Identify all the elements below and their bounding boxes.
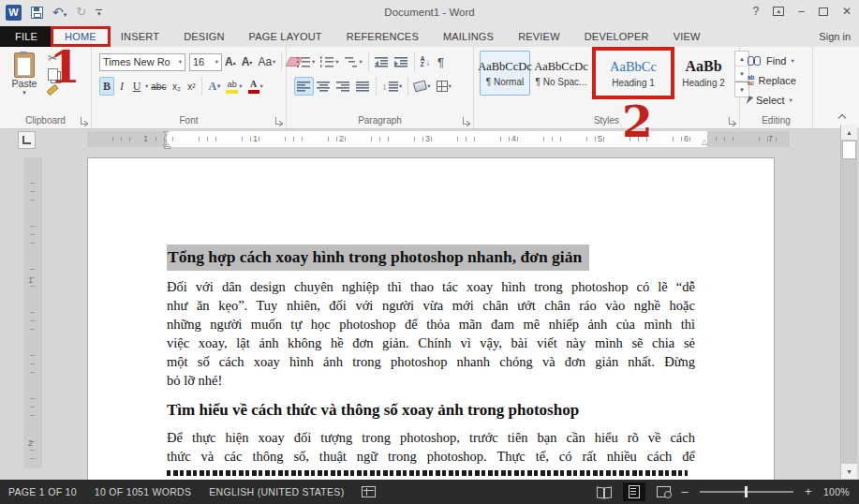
replace-button[interactable]: abacReplace: [748, 73, 796, 88]
font-size-combobox[interactable]: 16▾: [189, 53, 222, 71]
qat-customize-button[interactable]: ▾: [96, 9, 102, 16]
font-name-combobox[interactable]: Times New Ro▾: [99, 53, 185, 71]
tab-insert[interactable]: INSERT: [109, 26, 171, 47]
tab-review[interactable]: REVIEW: [506, 26, 572, 47]
save-icon[interactable]: [31, 7, 43, 19]
subscript-button[interactable]: x₂: [169, 77, 184, 96]
text-line: những người muốn tự học photoshop để thỏ…: [167, 316, 695, 334]
hanging-indent-marker[interactable]: △: [163, 139, 169, 145]
superscript-button[interactable]: x²: [184, 77, 199, 96]
tab-page-layout[interactable]: PAGE LAYOUT: [237, 26, 334, 47]
zoom-in-button[interactable]: +: [805, 487, 812, 497]
align-right-icon: [336, 81, 350, 93]
align-center-button[interactable]: [314, 77, 333, 96]
paragraph-dialog-launcher-icon[interactable]: [463, 117, 470, 125]
underline-button[interactable]: U: [129, 77, 144, 96]
font-color-button[interactable]: A▾: [245, 77, 266, 96]
align-right-button[interactable]: [333, 77, 353, 96]
redo-icon[interactable]: ↻: [76, 6, 86, 19]
tab-view[interactable]: VIEW: [661, 26, 713, 47]
collapse-ribbon-icon[interactable]: [838, 113, 846, 121]
line-spacing-button[interactable]: ↕▾: [379, 77, 405, 96]
zoom-out-button[interactable]: –: [682, 487, 689, 497]
document-content[interactable]: Tổng hợp cách xoay hình trong photoshop …: [88, 158, 774, 476]
clipboard-dialog-launcher-icon[interactable]: [81, 117, 88, 125]
maximize-button[interactable]: [819, 7, 828, 16]
font-dialog-launcher-icon[interactable]: [275, 117, 283, 125]
multilevel-list-button[interactable]: ▾: [342, 52, 365, 71]
highlight-color-button[interactable]: ab▾: [223, 77, 244, 96]
scroll-down-icon[interactable]: ▾: [841, 464, 857, 479]
vertical-scrollbar[interactable]: ▴ ▾: [840, 125, 857, 479]
bold-button[interactable]: B: [99, 77, 114, 96]
paste-button[interactable]: Paste ▾: [6, 51, 43, 109]
sort-button[interactable]: AZ↓: [418, 52, 434, 71]
document-page[interactable]: Tổng hợp cách xoay hình trong photoshop …: [87, 157, 775, 480]
web-layout-icon[interactable]: [657, 486, 671, 497]
close-button[interactable]: ✕: [842, 5, 852, 18]
text-line: một số cách xoay hình ảnh trong photosho…: [167, 353, 695, 372]
zoom-slider[interactable]: [700, 491, 793, 493]
decrease-indent-button[interactable]: [372, 52, 392, 71]
right-indent-marker[interactable]: △: [702, 139, 707, 145]
align-left-button[interactable]: [294, 77, 314, 96]
tab-mailings[interactable]: MAILINGS: [431, 26, 506, 47]
shading-button[interactable]: ▾: [411, 77, 433, 96]
font-size-caret-icon: ▾: [215, 58, 218, 66]
text-effects-button[interactable]: A▾: [205, 77, 223, 96]
borders-button[interactable]: ▾: [434, 77, 454, 96]
style-heading-1[interactable]: AaBbCc Heading 1: [597, 51, 670, 96]
tab-selector-button[interactable]: [18, 131, 36, 149]
style-no-spacing[interactable]: AaBbCcDc ¶ No Spac...: [536, 51, 586, 96]
read-mode-icon[interactable]: [597, 487, 612, 497]
ruler-number: 2: [339, 134, 344, 143]
document-paragraph-2[interactable]: Để thực hiện xoay đối tượng trong photos…: [167, 429, 695, 467]
show-hide-marks-button[interactable]: ¶: [434, 52, 449, 71]
macro-record-icon[interactable]: [362, 486, 376, 497]
undo-caret-icon[interactable]: ▾: [64, 11, 67, 18]
italic-button[interactable]: I: [114, 77, 129, 96]
horizontal-ruler[interactable]: 1 1 2 3 4 5 6 7 ▽ △ △: [87, 131, 790, 147]
style-heading-2[interactable]: AaBb Heading 2: [678, 51, 729, 96]
select-button[interactable]: Select▾: [748, 93, 796, 108]
left-indent-marker[interactable]: [164, 146, 170, 149]
language-indicator[interactable]: ENGLISH (UNITED STATES): [209, 486, 344, 497]
vertical-ruler[interactable]: 1 2: [23, 157, 42, 468]
undo-icon: ↶: [52, 5, 64, 20]
tab-references[interactable]: REFERENCES: [334, 26, 431, 47]
tab-design[interactable]: DESIGN: [171, 26, 236, 47]
tab-file[interactable]: FILE: [0, 26, 52, 47]
minimize-button[interactable]: –: [798, 5, 805, 18]
justify-button[interactable]: [353, 77, 373, 96]
zoom-percentage[interactable]: 100%: [823, 486, 850, 497]
help-button[interactable]: ?: [753, 5, 760, 18]
increase-indent-button[interactable]: [392, 52, 411, 71]
strikethrough-button[interactable]: abc: [148, 77, 169, 96]
styles-dialog-launcher-icon[interactable]: [729, 117, 736, 125]
ruler-number: 6: [684, 134, 689, 143]
change-case-button[interactable]: Aa▾: [255, 52, 278, 71]
zoom-slider-thumb[interactable]: [745, 486, 748, 497]
first-line-indent-marker[interactable]: ▽: [163, 130, 169, 137]
scrollbar-thumb[interactable]: [842, 141, 856, 159]
numbering-button[interactable]: ▾: [318, 52, 341, 71]
page-indicator[interactable]: PAGE 1 OF 10: [8, 486, 77, 497]
grow-font-button[interactable]: A▴: [222, 52, 239, 71]
word-count[interactable]: 10 OF 1051 WORDS: [95, 486, 191, 497]
sort-arrow-icon: ↓: [426, 57, 431, 67]
sign-in-link[interactable]: Sign in: [819, 31, 851, 42]
style-normal[interactable]: AaBbCcDc ¶ Normal: [480, 51, 530, 96]
undo-button[interactable]: ↶▾: [52, 4, 67, 21]
text-line: việc xoay, lật ảnh không hề đơn giản. Ch…: [167, 334, 695, 353]
document-paragraph-1[interactable]: Đối với dân design chuyên nghiệp thì tha…: [167, 278, 695, 390]
ruler-number: 3: [425, 134, 430, 143]
document-heading-1[interactable]: Tổng hợp cách xoay hình trong photoshop …: [167, 245, 589, 271]
tab-developer[interactable]: DEVELOPER: [572, 26, 661, 47]
find-button[interactable]: Find▾: [748, 53, 796, 68]
shrink-font-button[interactable]: A▾: [239, 52, 256, 71]
bullets-button[interactable]: ▾: [294, 52, 318, 71]
ribbon-display-options-icon[interactable]: ▴: [773, 7, 784, 16]
print-layout-button[interactable]: [623, 482, 645, 501]
scroll-up-icon[interactable]: ▴: [841, 125, 857, 140]
document-heading-2[interactable]: Tìm hiểu về cách thức và thông số xoay ả…: [167, 401, 695, 420]
